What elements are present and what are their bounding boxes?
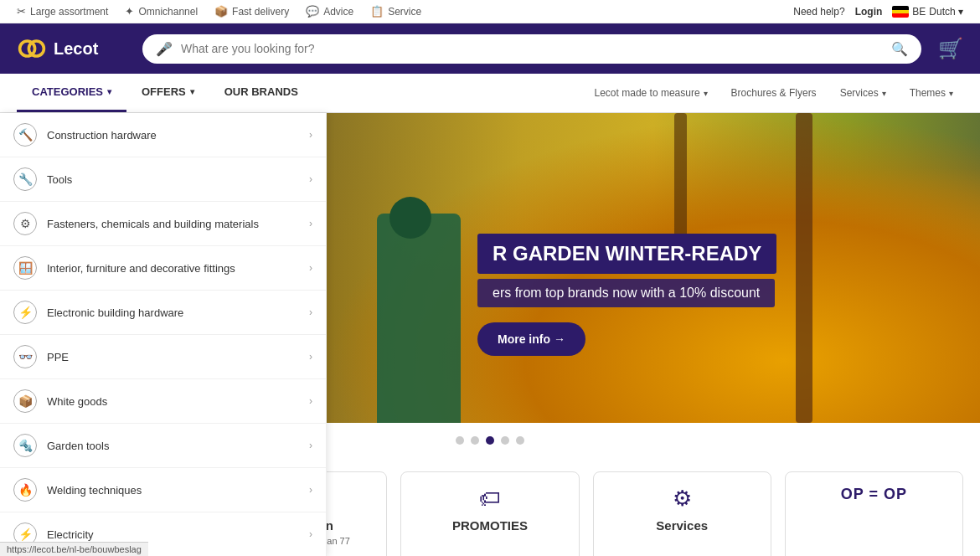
advice-icon: 💬 bbox=[306, 5, 319, 18]
arrow-icon-electricity bbox=[309, 528, 312, 540]
menu-item-welding[interactable]: 🔥 Welding techniques bbox=[0, 468, 326, 512]
card-op-is-op[interactable]: OP = OP bbox=[785, 471, 963, 556]
card-promoties[interactable]: 🏷 PROMOTIES bbox=[400, 471, 579, 556]
search-input[interactable] bbox=[181, 42, 883, 55]
interior-icon: 🪟 bbox=[13, 256, 37, 280]
menu-item-construction[interactable]: 🔨 Construction hardware bbox=[0, 113, 326, 157]
main-area: 🔨 Construction hardware 🔧 Tools ⚙ Fasten… bbox=[0, 113, 980, 423]
chevron-down-icon: ▾ bbox=[107, 87, 111, 96]
carousel-dot-3[interactable] bbox=[486, 436, 494, 445]
arrow-icon-white-goods bbox=[309, 395, 312, 407]
hero-text-area: R GARDEN WINTER-READY ers from top brand… bbox=[477, 234, 963, 356]
logo-text: Lecot bbox=[54, 39, 98, 59]
electronic-icon: ⚡ bbox=[13, 301, 37, 324]
status-url: https://lecot.be/nl-be/bouwbeslag bbox=[7, 544, 142, 554]
hero-banner: R GARDEN WINTER-READY ers from top brand… bbox=[327, 113, 980, 423]
hero-subtitle: ers from top brands now with a 10% disco… bbox=[477, 279, 775, 307]
categories-dropdown: 🔨 Construction hardware 🔧 Tools ⚙ Fasten… bbox=[0, 113, 327, 556]
logo[interactable]: Lecot bbox=[17, 33, 126, 64]
cart-icon[interactable]: 🛒 bbox=[938, 37, 963, 60]
header: Lecot 🎤 🔍 🛒 bbox=[0, 23, 980, 74]
chevron-down-icon-measure: ▾ bbox=[704, 89, 708, 98]
top-bar-right: Need help? Login BE Dutch ▾ bbox=[793, 6, 963, 18]
nav-services[interactable]: Services ▾ bbox=[830, 75, 896, 111]
arrow-icon-welding bbox=[309, 484, 312, 496]
menu-item-ppe[interactable]: 👓 PPE bbox=[0, 335, 326, 379]
card-services[interactable]: ⚙ Services bbox=[593, 471, 771, 556]
arrow-icon bbox=[309, 129, 312, 141]
arrow-icon-ppe bbox=[309, 351, 312, 363]
nav-brands[interactable]: OUR BRANDS bbox=[209, 74, 313, 112]
nav-right: Lecot made to measure ▾ Brochures & Flye… bbox=[585, 75, 963, 111]
arrow-icon-interior bbox=[309, 262, 312, 274]
top-bar: ✂ Large assortment ✦ Omnichannel 📦 Fast … bbox=[0, 0, 980, 23]
op-is-op-text: OP = OP bbox=[841, 486, 907, 503]
menu-item-white-goods[interactable]: 📦 White goods bbox=[0, 379, 326, 424]
nav-left: CATEGORIES ▾ OFFERS ▾ OUR BRANDS bbox=[17, 74, 313, 112]
arrow-icon-fasteners bbox=[309, 218, 312, 229]
chevron-down-icon-offers: ▾ bbox=[190, 87, 194, 96]
carousel-dot-4[interactable] bbox=[501, 436, 509, 445]
services-icon: ⚙ bbox=[673, 486, 692, 512]
service-icon: 📋 bbox=[370, 5, 384, 18]
hero-cta-button[interactable]: More info → bbox=[477, 322, 585, 356]
chevron-down-icon-themes: ▾ bbox=[949, 89, 953, 98]
nav-categories[interactable]: CATEGORIES ▾ bbox=[17, 74, 126, 112]
menu-item-fasteners[interactable]: ⚙ Fasteners, chemicals and building mate… bbox=[0, 202, 326, 246]
nav-made-to-measure[interactable]: Lecot made to measure ▾ bbox=[585, 75, 718, 111]
mic-icon[interactable]: 🎤 bbox=[156, 41, 173, 57]
lang-selector[interactable]: BE Dutch ▾ bbox=[892, 6, 963, 18]
status-bar: https://lecot.be/nl-be/bouwbeslag bbox=[0, 542, 148, 556]
login-button[interactable]: Login bbox=[855, 6, 883, 18]
arrow-icon-garden bbox=[309, 440, 312, 451]
tools-icon: 🔧 bbox=[13, 167, 37, 191]
promo-icon: 🏷 bbox=[479, 486, 501, 512]
logo-icon bbox=[17, 33, 47, 64]
carousel-dot-5[interactable] bbox=[516, 436, 524, 445]
need-help-label: Need help? bbox=[793, 6, 844, 18]
construction-icon: 🔨 bbox=[13, 123, 37, 147]
topbar-item-service[interactable]: 📋 Service bbox=[370, 5, 421, 18]
arrow-icon-tools bbox=[309, 173, 312, 185]
welding-icon: 🔥 bbox=[13, 478, 37, 502]
lang-label: Dutch ▾ bbox=[929, 6, 963, 18]
services-title: Services bbox=[656, 518, 708, 533]
menu-item-tools[interactable]: 🔧 Tools bbox=[0, 157, 326, 202]
nav-offers[interactable]: OFFERS ▾ bbox=[126, 74, 209, 112]
be-label: BE bbox=[912, 6, 926, 18]
carousel-dot-2[interactable] bbox=[471, 436, 479, 445]
flag-icon bbox=[892, 6, 909, 18]
delivery-icon: 📦 bbox=[214, 5, 228, 18]
nav-brochures[interactable]: Brochures & Flyers bbox=[721, 75, 827, 111]
svg-point-1 bbox=[28, 41, 44, 56]
hero-title: R GARDEN WINTER-READY bbox=[477, 234, 776, 274]
carousel-dot-1[interactable] bbox=[456, 436, 464, 445]
search-icon[interactable]: 🔍 bbox=[891, 41, 908, 57]
nav-themes[interactable]: Themes ▾ bbox=[900, 75, 963, 111]
top-bar-left: ✂ Large assortment ✦ Omnichannel 📦 Fast … bbox=[17, 5, 421, 18]
scissors-icon: ✂ bbox=[17, 5, 26, 18]
menu-item-interior[interactable]: 🪟 Interior, furniture and decorative fit… bbox=[0, 246, 326, 291]
garden-tools-icon: 🔩 bbox=[13, 434, 37, 457]
topbar-item-delivery: 📦 Fast delivery bbox=[214, 5, 289, 18]
arrow-icon-electronic bbox=[309, 306, 312, 318]
promoties-title: PROMOTIES bbox=[452, 518, 528, 533]
omnichannel-icon: ✦ bbox=[125, 5, 134, 18]
topbar-item-omnichannel: ✦ Omnichannel bbox=[125, 5, 198, 18]
nav-bar: CATEGORIES ▾ OFFERS ▾ OUR BRANDS Lecot m… bbox=[0, 74, 980, 113]
chevron-down-icon-services: ▾ bbox=[882, 89, 886, 98]
white-goods-icon: 📦 bbox=[13, 389, 37, 413]
menu-item-garden-tools[interactable]: 🔩 Garden tools bbox=[0, 424, 326, 468]
search-bar: 🎤 🔍 bbox=[142, 34, 921, 64]
ppe-icon: 👓 bbox=[13, 345, 37, 368]
menu-item-electronic[interactable]: ⚡ Electronic building hardware bbox=[0, 291, 326, 335]
fasteners-icon: ⚙ bbox=[13, 212, 37, 235]
topbar-item-assortment: ✂ Large assortment bbox=[17, 5, 108, 18]
topbar-item-advice: 💬 Advice bbox=[306, 5, 353, 18]
